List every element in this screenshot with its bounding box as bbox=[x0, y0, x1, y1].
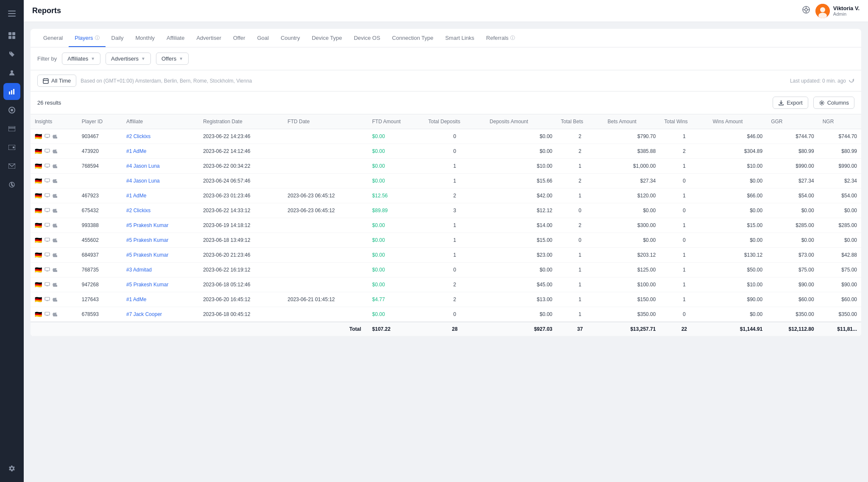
affiliates-chevron-icon: ▼ bbox=[91, 56, 95, 61]
cell-bets-amount-3: $27.34 bbox=[604, 174, 660, 188]
sidebar-wallet-icon[interactable] bbox=[3, 139, 20, 156]
sidebar-history-icon[interactable] bbox=[3, 176, 20, 193]
flag-icon-7: 🇩🇪 bbox=[35, 237, 42, 244]
cell-ftd-amount-10: $0.00 bbox=[368, 277, 424, 292]
tab-country[interactable]: Country bbox=[275, 29, 306, 47]
cell-insights-11: 🇩🇪 bbox=[31, 292, 78, 307]
cell-ftd-amount-5: $89.89 bbox=[368, 203, 424, 218]
sidebar-tags-icon[interactable] bbox=[3, 46, 20, 63]
tab-general[interactable]: General bbox=[37, 29, 69, 47]
cell-total-deposits-3: 1 bbox=[424, 174, 486, 188]
affiliate-link-1[interactable]: #1 AdMe bbox=[126, 148, 146, 154]
tab-device-os[interactable]: Device OS bbox=[348, 29, 386, 47]
refresh-icon[interactable] bbox=[849, 77, 854, 84]
col-ggr: GGR bbox=[767, 114, 818, 129]
tab-players[interactable]: Players ⓘ bbox=[69, 29, 105, 47]
advertisers-filter-label: Advertisers bbox=[111, 55, 139, 62]
offers-filter[interactable]: Offers ▼ bbox=[156, 53, 189, 65]
filter-label: Filter by bbox=[37, 55, 57, 62]
cell-ggr-12: $350.00 bbox=[767, 307, 818, 322]
cell-affiliate-8: #5 Prakesh Kumar bbox=[122, 248, 199, 263]
affiliate-link-8[interactable]: #5 Prakesh Kumar bbox=[126, 252, 168, 258]
sidebar-card-icon[interactable] bbox=[3, 120, 20, 137]
sidebar-reports-icon[interactable] bbox=[3, 83, 20, 100]
cell-ngr-9: $75.00 bbox=[818, 263, 861, 277]
affiliate-link-7[interactable]: #5 Prakesh Kumar bbox=[126, 237, 168, 243]
affiliate-link-3[interactable]: #4 Jason Luna bbox=[126, 178, 160, 184]
cell-ftd-date-0 bbox=[284, 129, 368, 144]
cell-total-bets-5: 0 bbox=[556, 203, 603, 218]
tab-advertiser[interactable]: Advertiser bbox=[190, 29, 227, 47]
sidebar-settings-icon[interactable] bbox=[3, 460, 20, 477]
cell-ngr-12: $350.00 bbox=[818, 307, 861, 322]
tab-affiliate[interactable]: Affiliate bbox=[161, 29, 190, 47]
tab-connection-type[interactable]: Connection Type bbox=[386, 29, 439, 47]
svg-point-7 bbox=[11, 70, 13, 73]
tab-monthly[interactable]: Monthly bbox=[130, 29, 161, 47]
svg-rect-4 bbox=[12, 32, 15, 35]
tab-referrals[interactable]: Referrals ⓘ bbox=[480, 29, 521, 47]
tab-goal[interactable]: Goal bbox=[251, 29, 275, 47]
cell-insights-5: 🇩🇪 bbox=[31, 203, 78, 218]
sidebar-users-icon[interactable] bbox=[3, 64, 20, 81]
sidebar-mail-icon[interactable] bbox=[3, 158, 20, 175]
table-row: 🇩🇪 947268 #5 Prakesh Kumar 2023-06-18 05… bbox=[31, 277, 861, 292]
affiliate-link-12[interactable]: #7 Jack Cooper bbox=[126, 311, 162, 317]
last-updated-text: Last updated: 0 min. ago bbox=[790, 78, 846, 84]
columns-button[interactable]: Columns bbox=[813, 97, 854, 109]
cell-player-id-10: 947268 bbox=[78, 277, 122, 292]
affiliate-link-10[interactable]: #5 Prakesh Kumar bbox=[126, 282, 168, 288]
affiliate-link-11[interactable]: #1 AdMe bbox=[126, 296, 146, 302]
affiliate-link-9[interactable]: #3 Admitad bbox=[126, 267, 152, 273]
cell-affiliate-0: #2 Clickixs bbox=[122, 129, 199, 144]
table-row: 🇩🇪 903467 #2 Clickixs 2023-06-22 14:23:4… bbox=[31, 129, 861, 144]
tab-smart-links[interactable]: Smart Links bbox=[439, 29, 480, 47]
cell-total-wins-1: 2 bbox=[660, 144, 708, 159]
cell-bets-amount-6: $300.00 bbox=[604, 218, 660, 233]
cell-wins-amount-2: $10.00 bbox=[709, 159, 767, 174]
affiliate-link-5[interactable]: #2 Clickixs bbox=[126, 208, 150, 213]
total-ngr: $11,81... bbox=[818, 322, 861, 336]
table-row: 🇩🇪 #4 Jason Luna 2023-06-24 06:57:46 $0.… bbox=[31, 174, 861, 188]
help-icon[interactable] bbox=[802, 6, 810, 16]
export-button[interactable]: Export bbox=[773, 97, 808, 109]
cell-reg-date-6: 2023-06-19 14:18:12 bbox=[199, 218, 283, 233]
cell-ngr-2: $990.00 bbox=[818, 159, 861, 174]
affiliates-filter[interactable]: Affiliates ▼ bbox=[62, 53, 100, 65]
affiliate-link-4[interactable]: #1 AdMe bbox=[126, 193, 146, 199]
cell-total-deposits-9: 0 bbox=[424, 263, 486, 277]
table-row: 🇩🇪 455602 #5 Prakesh Kumar 2023-06-18 13… bbox=[31, 233, 861, 248]
col-ftd-amount: FTD Amount bbox=[368, 114, 424, 129]
sidebar-analytics-icon[interactable] bbox=[3, 102, 20, 119]
advertisers-filter[interactable]: Advertisers ▼ bbox=[106, 53, 151, 65]
affiliate-link-6[interactable]: #5 Prakesh Kumar bbox=[126, 222, 168, 228]
tab-device-type[interactable]: Device Type bbox=[306, 29, 348, 47]
cell-ftd-amount-6: $0.00 bbox=[368, 218, 424, 233]
time-left: All Time Based on (GMT+01:00) Amsterdam,… bbox=[37, 75, 252, 87]
col-affiliate: Affiliate bbox=[122, 114, 199, 129]
sidebar-menu-icon[interactable] bbox=[3, 5, 20, 22]
cell-ggr-11: $60.00 bbox=[767, 292, 818, 307]
total-bets-amount: $13,257.71 bbox=[604, 322, 660, 336]
user-avatar-container[interactable]: Viktoria V. Admin bbox=[815, 4, 860, 18]
tab-daily[interactable]: Daily bbox=[106, 29, 130, 47]
cell-deposits-amount-5: $12.12 bbox=[485, 203, 556, 218]
affiliate-link-2[interactable]: #4 Jason Luna bbox=[126, 163, 160, 169]
cell-reg-date-3: 2023-06-24 06:57:46 bbox=[199, 174, 283, 188]
cell-total-deposits-7: 1 bbox=[424, 233, 486, 248]
desktop-icon-2 bbox=[45, 163, 50, 169]
sidebar-dashboard-icon[interactable] bbox=[3, 27, 20, 44]
col-bets-amount: Bets Amount bbox=[604, 114, 660, 129]
tab-offer[interactable]: Offer bbox=[227, 29, 251, 47]
total-deposits-amount: $927.03 bbox=[485, 322, 556, 336]
table-row: 🇩🇪 473920 #1 AdMe 2023-06-22 14:12:46 $0… bbox=[31, 144, 861, 159]
cell-player-id-6: 993388 bbox=[78, 218, 122, 233]
cell-player-id-8: 684937 bbox=[78, 248, 122, 263]
cell-reg-date-11: 2023-06-20 16:45:12 bbox=[199, 292, 283, 307]
apple-icon-7 bbox=[53, 237, 57, 243]
desktop-icon-10 bbox=[45, 282, 50, 287]
affiliate-link-0[interactable]: #2 Clickixs bbox=[126, 133, 150, 139]
filters-bar: Filter by Affiliates ▼ Advertisers ▼ Off… bbox=[31, 47, 861, 70]
total-total-bets: 37 bbox=[556, 322, 603, 336]
time-range-button[interactable]: All Time bbox=[37, 75, 76, 87]
